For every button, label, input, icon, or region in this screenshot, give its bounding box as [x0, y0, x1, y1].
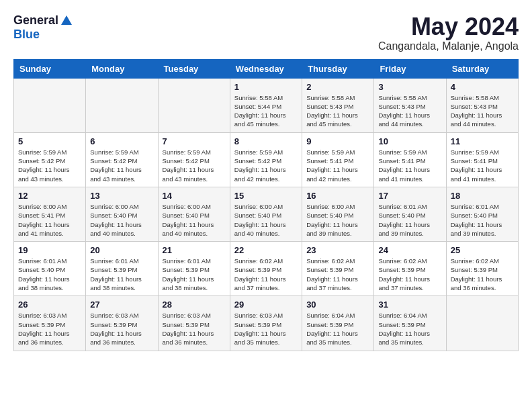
day-info: Sunrise: 6:04 AM Sunset: 5:39 PM Dayligh… — [378, 311, 441, 347]
day-number: 3 — [378, 82, 441, 92]
calendar-cell — [86, 78, 158, 132]
svg-marker-0 — [61, 15, 72, 25]
day-number: 16 — [306, 191, 369, 201]
logo-icon — [60, 14, 73, 28]
day-number: 14 — [163, 191, 226, 201]
day-info: Sunrise: 5:58 AM Sunset: 5:44 PM Dayligh… — [234, 93, 298, 129]
title-block: May 2024 Cangandala, Malanje, Angola — [378, 13, 519, 52]
page-header: General Blue May 2024 Cangandala, Malanj… — [13, 13, 519, 52]
calendar-week-row: 19Sunrise: 6:01 AM Sunset: 5:40 PM Dayli… — [14, 242, 519, 296]
day-info: Sunrise: 5:59 AM Sunset: 5:42 PM Dayligh… — [163, 148, 226, 183]
calendar-week-row: 26Sunrise: 6:03 AM Sunset: 5:39 PM Dayli… — [14, 296, 519, 351]
day-info: Sunrise: 6:03 AM Sunset: 5:39 PM Dayligh… — [234, 311, 298, 347]
calendar-cell: 29Sunrise: 6:03 AM Sunset: 5:39 PM Dayli… — [230, 296, 302, 351]
calendar-cell: 13Sunrise: 6:00 AM Sunset: 5:40 PM Dayli… — [86, 187, 158, 241]
day-number: 7 — [163, 136, 226, 146]
day-info: Sunrise: 5:58 AM Sunset: 5:43 PM Dayligh… — [378, 93, 441, 129]
day-info: Sunrise: 6:01 AM Sunset: 5:40 PM Dayligh… — [18, 257, 81, 292]
calendar-cell: 1Sunrise: 5:58 AM Sunset: 5:44 PM Daylig… — [230, 78, 302, 132]
calendar-week-row: 1Sunrise: 5:58 AM Sunset: 5:44 PM Daylig… — [14, 78, 519, 132]
calendar-header-row: SundayMondayTuesdayWednesdayThursdayFrid… — [14, 59, 519, 78]
calendar-cell: 21Sunrise: 6:01 AM Sunset: 5:39 PM Dayli… — [158, 242, 230, 296]
day-info: Sunrise: 6:02 AM Sunset: 5:39 PM Dayligh… — [451, 257, 514, 292]
calendar-cell: 12Sunrise: 6:00 AM Sunset: 5:41 PM Dayli… — [14, 187, 86, 241]
day-number: 23 — [306, 245, 369, 255]
calendar-cell: 28Sunrise: 6:03 AM Sunset: 5:39 PM Dayli… — [158, 296, 230, 351]
day-info: Sunrise: 5:59 AM Sunset: 5:41 PM Dayligh… — [451, 148, 514, 183]
day-number: 25 — [451, 245, 514, 255]
day-number: 22 — [234, 245, 298, 255]
day-info: Sunrise: 5:59 AM Sunset: 5:42 PM Dayligh… — [234, 148, 298, 183]
day-info: Sunrise: 6:03 AM Sunset: 5:39 PM Dayligh… — [163, 311, 226, 347]
calendar-cell: 22Sunrise: 6:02 AM Sunset: 5:39 PM Dayli… — [230, 242, 302, 296]
calendar-week-row: 12Sunrise: 6:00 AM Sunset: 5:41 PM Dayli… — [14, 187, 519, 241]
logo-general-text: General — [13, 13, 58, 28]
column-header-monday: Monday — [86, 59, 158, 78]
day-number: 18 — [451, 191, 514, 201]
calendar-cell: 17Sunrise: 6:01 AM Sunset: 5:40 PM Dayli… — [374, 187, 446, 241]
calendar-cell — [14, 78, 86, 132]
day-number: 10 — [378, 136, 441, 146]
day-number: 17 — [378, 191, 441, 201]
day-number: 9 — [306, 136, 369, 146]
calendar-cell: 31Sunrise: 6:04 AM Sunset: 5:39 PM Dayli… — [374, 296, 446, 351]
column-header-thursday: Thursday — [302, 59, 374, 78]
day-info: Sunrise: 6:03 AM Sunset: 5:39 PM Dayligh… — [18, 311, 81, 347]
day-info: Sunrise: 6:01 AM Sunset: 5:39 PM Dayligh… — [90, 257, 153, 292]
day-number: 19 — [18, 245, 81, 255]
day-info: Sunrise: 6:01 AM Sunset: 5:40 PM Dayligh… — [451, 202, 514, 238]
day-number: 2 — [306, 82, 369, 92]
day-info: Sunrise: 6:02 AM Sunset: 5:39 PM Dayligh… — [234, 257, 298, 292]
day-number: 27 — [90, 300, 153, 310]
calendar-cell: 4Sunrise: 5:58 AM Sunset: 5:43 PM Daylig… — [446, 78, 518, 132]
calendar-week-row: 5Sunrise: 5:59 AM Sunset: 5:42 PM Daylig… — [14, 132, 519, 187]
calendar-cell: 14Sunrise: 6:00 AM Sunset: 5:40 PM Dayli… — [158, 187, 230, 241]
calendar-cell: 15Sunrise: 6:00 AM Sunset: 5:40 PM Dayli… — [230, 187, 302, 241]
logo: General Blue — [13, 13, 73, 42]
calendar-cell: 30Sunrise: 6:04 AM Sunset: 5:39 PM Dayli… — [302, 296, 374, 351]
calendar-cell: 27Sunrise: 6:03 AM Sunset: 5:39 PM Dayli… — [86, 296, 158, 351]
day-info: Sunrise: 5:58 AM Sunset: 5:43 PM Dayligh… — [451, 93, 514, 129]
day-number: 6 — [90, 136, 153, 146]
calendar-cell: 23Sunrise: 6:02 AM Sunset: 5:39 PM Dayli… — [302, 242, 374, 296]
day-info: Sunrise: 5:59 AM Sunset: 5:41 PM Dayligh… — [378, 148, 441, 183]
calendar-cell: 16Sunrise: 6:00 AM Sunset: 5:40 PM Dayli… — [302, 187, 374, 241]
calendar-cell: 5Sunrise: 5:59 AM Sunset: 5:42 PM Daylig… — [14, 132, 86, 187]
logo-blue-text: Blue — [13, 28, 40, 41]
day-info: Sunrise: 6:01 AM Sunset: 5:40 PM Dayligh… — [378, 202, 441, 238]
day-number: 15 — [234, 191, 298, 201]
calendar-cell: 7Sunrise: 5:59 AM Sunset: 5:42 PM Daylig… — [158, 132, 230, 187]
calendar-cell: 2Sunrise: 5:58 AM Sunset: 5:43 PM Daylig… — [302, 78, 374, 132]
location: Cangandala, Malanje, Angola — [378, 40, 519, 52]
day-info: Sunrise: 6:01 AM Sunset: 5:39 PM Dayligh… — [163, 257, 226, 292]
day-info: Sunrise: 6:00 AM Sunset: 5:40 PM Dayligh… — [90, 202, 153, 238]
calendar-cell: 25Sunrise: 6:02 AM Sunset: 5:39 PM Dayli… — [446, 242, 518, 296]
day-number: 29 — [234, 300, 298, 310]
calendar-table: SundayMondayTuesdayWednesdayThursdayFrid… — [13, 59, 519, 351]
calendar-cell: 9Sunrise: 5:59 AM Sunset: 5:41 PM Daylig… — [302, 132, 374, 187]
day-number: 1 — [234, 82, 298, 92]
day-number: 21 — [163, 245, 226, 255]
day-info: Sunrise: 6:02 AM Sunset: 5:39 PM Dayligh… — [306, 257, 369, 292]
day-number: 30 — [306, 300, 369, 310]
calendar-cell: 10Sunrise: 5:59 AM Sunset: 5:41 PM Dayli… — [374, 132, 446, 187]
calendar-cell: 3Sunrise: 5:58 AM Sunset: 5:43 PM Daylig… — [374, 78, 446, 132]
column-header-sunday: Sunday — [14, 59, 86, 78]
day-info: Sunrise: 6:03 AM Sunset: 5:39 PM Dayligh… — [90, 311, 153, 347]
day-info: Sunrise: 5:59 AM Sunset: 5:41 PM Dayligh… — [306, 148, 369, 183]
day-number: 20 — [90, 245, 153, 255]
calendar-cell: 6Sunrise: 5:59 AM Sunset: 5:42 PM Daylig… — [86, 132, 158, 187]
day-number: 11 — [451, 136, 514, 146]
calendar-cell: 8Sunrise: 5:59 AM Sunset: 5:42 PM Daylig… — [230, 132, 302, 187]
column-header-friday: Friday — [374, 59, 446, 78]
calendar-cell: 24Sunrise: 6:02 AM Sunset: 5:39 PM Dayli… — [374, 242, 446, 296]
day-number: 26 — [18, 300, 81, 310]
calendar-cell — [158, 78, 230, 132]
calendar-cell: 26Sunrise: 6:03 AM Sunset: 5:39 PM Dayli… — [14, 296, 86, 351]
day-number: 31 — [378, 300, 441, 310]
day-info: Sunrise: 5:58 AM Sunset: 5:43 PM Dayligh… — [306, 93, 369, 129]
day-info: Sunrise: 6:00 AM Sunset: 5:40 PM Dayligh… — [234, 202, 298, 238]
day-info: Sunrise: 6:00 AM Sunset: 5:40 PM Dayligh… — [163, 202, 226, 238]
day-number: 13 — [90, 191, 153, 201]
calendar-cell: 18Sunrise: 6:01 AM Sunset: 5:40 PM Dayli… — [446, 187, 518, 241]
